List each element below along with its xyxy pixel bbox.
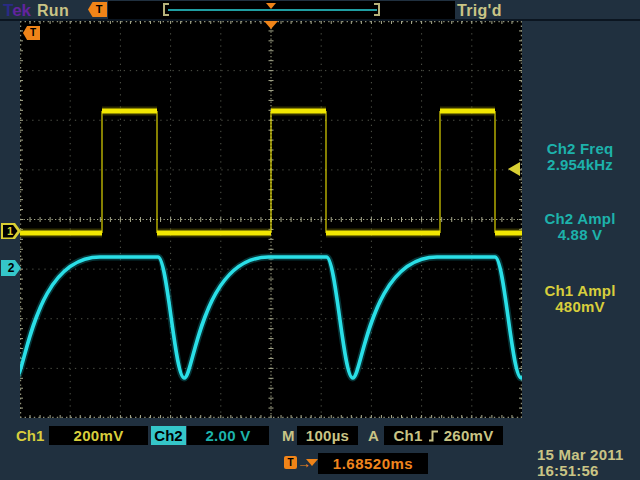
tek-logo: Tek — [3, 1, 31, 21]
ch1-ground-marker: 1 — [1, 223, 21, 239]
graticule-waveform-display — [20, 21, 522, 418]
trigger-status: Trig'd — [457, 2, 502, 20]
trigger-time-t-icon: T — [284, 456, 297, 469]
date-text: 15 Mar 2011 — [537, 447, 623, 463]
trigger-marker-icon — [306, 459, 318, 466]
ch1-scale-readout: 200mV — [49, 426, 148, 445]
acquisition-status: Run — [37, 2, 69, 20]
timebase-label: M — [282, 427, 295, 445]
ch2-ground-marker: 2 — [1, 260, 21, 276]
record-view-bar — [108, 1, 455, 19]
time-text: 16:51:56 — [537, 463, 623, 479]
trigger-level-arrow-icon — [508, 162, 520, 176]
trigger-source: Ch1 — [393, 427, 422, 444]
trigger-t-icon: T — [88, 2, 107, 17]
oscilloscope-screen: Tek Run T Trig'd T 1 2 Ch2 Freq 2.954kHz… — [0, 0, 640, 480]
top-status-bar: Tek Run T Trig'd — [0, 0, 640, 19]
trigger-position-icon — [266, 3, 276, 9]
measurement-label: Ch1 Ampl — [524, 283, 636, 299]
ch2-scale-readout: 2.00 V — [187, 426, 269, 445]
ch2-label-selected: Ch2 — [151, 426, 186, 445]
record-bracket-right-icon — [374, 3, 380, 16]
trigger-level-value: 260mV — [444, 427, 494, 444]
rising-edge-icon — [428, 429, 439, 443]
record-window-line — [168, 9, 377, 11]
measurement-value: 480mV — [524, 299, 636, 315]
measurement-label: Ch2 Freq — [524, 141, 636, 157]
timebase-readout: 100µs — [297, 426, 358, 445]
trigger-system-label: A — [368, 427, 379, 445]
measurement-ch2-ampl: Ch2 Ampl 4.88 V — [524, 211, 636, 243]
trigger-time-readout: 1.68520ms — [318, 453, 428, 474]
ch1-label: Ch1 — [16, 427, 44, 445]
measurement-value: 4.88 V — [524, 227, 636, 243]
measurement-ch2-freq: Ch2 Freq 2.954kHz — [524, 141, 636, 173]
measurement-ch1-ampl: Ch1 Ampl 480mV — [524, 283, 636, 315]
trigger-point-icon — [264, 21, 278, 29]
datetime-display: 15 Mar 2011 16:51:56 — [537, 447, 623, 479]
trigger-readout: Ch1260mV — [384, 426, 503, 445]
measurement-label: Ch2 Ampl — [524, 211, 636, 227]
measurement-value: 2.954kHz — [524, 157, 636, 173]
